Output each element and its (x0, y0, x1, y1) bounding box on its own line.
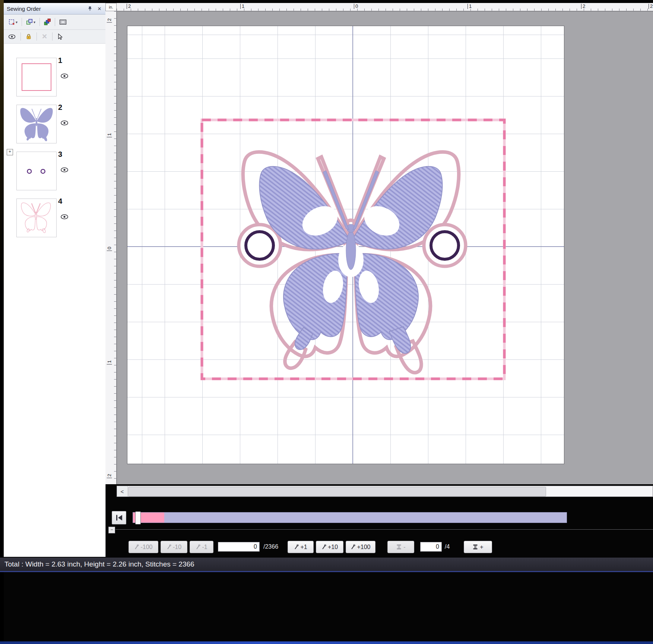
selection-frame-icon (8, 19, 15, 25)
ruler-label: 1 (107, 133, 112, 137)
toolbar-separator (55, 18, 55, 26)
ruler-label: 1 (240, 4, 244, 9)
needle-icon (321, 544, 326, 550)
stitch-total-label: /2366 (263, 543, 278, 550)
skip-to-start-button[interactable] (112, 511, 126, 524)
stitch-forward-10-button[interactable]: +10 (316, 541, 343, 553)
lock-icon (26, 34, 32, 39)
needle-icon (167, 544, 171, 550)
needle-icon (351, 544, 355, 550)
window-bottom-edge (0, 571, 653, 572)
stitch-back-100-button[interactable]: -100 (129, 541, 158, 553)
fit-selection-button[interactable]: ▾ (7, 17, 19, 27)
status-bar: Total : Width = 2.63 inch, Height = 2.26… (0, 558, 653, 571)
toolbar-separator (37, 32, 37, 41)
stitch-forward-1-button[interactable]: +1 (288, 541, 314, 553)
ruler-label: 0 (354, 4, 358, 9)
butterfly-fill-preview (18, 106, 55, 142)
ruler-label: 1 (467, 4, 472, 9)
stitch-forward-100-button[interactable]: +100 (346, 541, 375, 553)
current-stitch-input[interactable] (218, 542, 260, 552)
skip-to-start-icon (115, 514, 123, 521)
ruler-label: 2 (649, 4, 653, 9)
color-forward-button[interactable]: + (464, 541, 492, 553)
sewing-order-list: 1 2 + 3 (4, 44, 105, 557)
dropdown-caret: ▾ (16, 20, 18, 24)
panel-titlebar: Sewing Order ✕ (4, 3, 105, 15)
toolbar-separator (39, 18, 40, 26)
toolbar-separator (20, 32, 21, 41)
item-number: 4 (58, 197, 62, 206)
cursor-arrow-icon (57, 34, 63, 40)
horizontal-ruler: 2 1 0 1 2 2 (117, 3, 653, 11)
thumbnail-eyelets[interactable] (16, 152, 57, 190)
item-number: 3 (58, 150, 62, 159)
stitch-navigation-controls: -100 -10 -1 /2366 +1 +10 +100 - /4 (105, 539, 653, 555)
panel-title: Sewing Order (7, 6, 83, 12)
color-sort-button[interactable] (42, 17, 52, 27)
visibility-eye-icon[interactable] (60, 167, 69, 174)
dropdown-caret: ▾ (34, 20, 35, 24)
sewing-item-2: 2 (16, 105, 91, 143)
basting-rectangle-preview (22, 63, 51, 91)
horizontal-scrollbar: < (117, 486, 653, 497)
ruler-label: 2 (107, 474, 112, 478)
design-workspace (117, 11, 653, 484)
sewing-item-1: 1 (16, 58, 91, 96)
item-number: 1 (58, 56, 62, 65)
visibility-eye-icon[interactable] (60, 73, 69, 80)
embroidery-design[interactable] (127, 26, 564, 464)
simulator-collapse-button[interactable]: − (108, 527, 115, 533)
simulator-split-line (115, 529, 653, 530)
hoop-button[interactable] (58, 17, 68, 27)
pin-icon-glyph (88, 6, 92, 11)
lock-button[interactable] (24, 32, 33, 41)
visibility-eye-icon[interactable] (60, 120, 69, 127)
thumbnail-butterfly-fill[interactable] (16, 105, 57, 143)
needle-icon (134, 544, 139, 550)
close-icon[interactable]: ✕ (96, 6, 102, 12)
visibility-button[interactable] (7, 33, 17, 41)
sewing-item-3: + 3 (16, 152, 91, 190)
screen-bottom-edge (0, 641, 653, 644)
delete-button[interactable]: ✕ (40, 31, 49, 42)
spool-icon (396, 544, 402, 550)
sewing-item-4: 4 (16, 199, 91, 237)
panel-toolbar-top: ▾ ▾ (4, 15, 105, 30)
ruler-label: 2 (107, 18, 112, 22)
thumbnail-basting-rectangle[interactable] (16, 58, 57, 96)
spool-icon (472, 544, 478, 550)
visibility-eye-icon[interactable] (60, 214, 69, 221)
scrollbar-thumb[interactable] (128, 487, 546, 497)
needle-icon (294, 544, 299, 550)
item-number: 2 (58, 103, 62, 112)
select-tool-button[interactable] (56, 32, 64, 41)
color-back-button[interactable]: - (387, 541, 414, 553)
color-sort-icon (44, 19, 51, 25)
scroll-left-button[interactable]: < (117, 486, 128, 497)
stitch-back-1-button[interactable]: -1 (190, 541, 213, 553)
current-color-input[interactable] (420, 542, 442, 552)
needle-icon (196, 544, 200, 550)
design-canvas[interactable] (127, 26, 564, 464)
status-total-text: Total : Width = 2.63 inch, Height = 2.26… (0, 560, 194, 568)
ruler-label: 2 (581, 4, 585, 9)
ruler-unit-box: in. (105, 3, 117, 11)
hoop-icon (59, 19, 67, 25)
expand-group-icon[interactable]: + (7, 149, 13, 155)
resequence-button[interactable]: ▾ (25, 17, 37, 27)
thumbnail-butterfly-outline[interactable] (16, 199, 57, 237)
eyelets-preview (18, 153, 55, 189)
simulator-handle[interactable] (135, 511, 141, 524)
resequence-icon (26, 19, 33, 25)
ruler-label: 1 (107, 360, 112, 364)
stitch-simulator-slider[interactable] (133, 512, 567, 523)
vertical-ruler: 2 1 0 1 2 (105, 11, 117, 484)
color-total-label: /4 (445, 543, 450, 550)
stitch-back-10-button[interactable]: -10 (161, 541, 187, 553)
ruler-label: 2 (127, 4, 131, 9)
butterfly-outline-preview (18, 200, 55, 236)
pin-icon[interactable] (87, 6, 93, 12)
panel-toolbar-bottom: ✕ (4, 30, 105, 44)
sewing-order-panel: Sewing Order ✕ ▾ ▾ (4, 3, 106, 557)
